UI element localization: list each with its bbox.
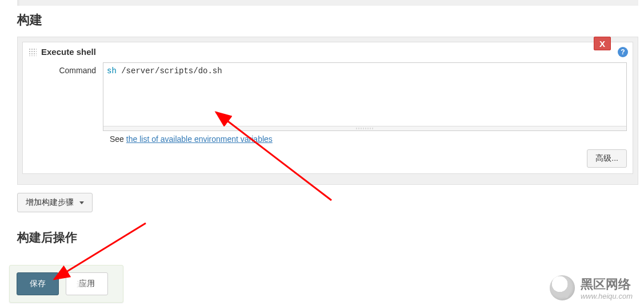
command-path: /server/scripts/do.sh: [117, 66, 222, 76]
footer-bar: 保存 选择 应用: [9, 265, 123, 303]
add-build-step-label: 增加构建步骤: [26, 197, 74, 208]
resize-handle-icon[interactable]: [103, 126, 626, 130]
env-vars-hint: See the list of available environment va…: [23, 131, 633, 144]
section-build-title: 构建: [17, 11, 638, 29]
command-label: Command: [29, 62, 103, 131]
section-post-build-title: 构建后操作: [17, 229, 638, 245]
delete-step-button[interactable]: X: [594, 37, 611, 50]
watermark-en: www.heiqu.com: [581, 292, 633, 300]
advanced-button[interactable]: 高级...: [587, 149, 627, 168]
chevron-down-icon: [79, 201, 84, 204]
watermark-logo-icon: [550, 275, 575, 300]
step-header: Execute shell: [23, 42, 633, 62]
step-title: Execute shell: [41, 47, 96, 57]
build-step-outer: X ? Execute shell Command sh /server/scr…: [17, 37, 638, 185]
add-build-step-button[interactable]: 增加构建步骤: [17, 193, 93, 212]
command-keyword: sh: [107, 66, 117, 76]
top-gray-bar: [17, 0, 638, 6]
hint-prefix: See: [110, 134, 126, 144]
drag-handle-icon[interactable]: [29, 48, 37, 56]
command-row: Command sh /server/scripts/do.sh: [23, 62, 633, 131]
command-input[interactable]: sh /server/scripts/do.sh: [103, 62, 627, 131]
save-button[interactable]: 保存: [17, 272, 59, 295]
watermark-cn: 黑区网络: [581, 276, 633, 293]
env-vars-link[interactable]: the list of available environment variab…: [126, 134, 273, 144]
watermark: 黑区网络 www.heiqu.com: [550, 275, 633, 300]
build-step-panel: X ? Execute shell Command sh /server/scr…: [22, 42, 633, 174]
command-content[interactable]: sh /server/scripts/do.sh: [103, 63, 626, 80]
ghost-text: 选择: [77, 279, 91, 290]
